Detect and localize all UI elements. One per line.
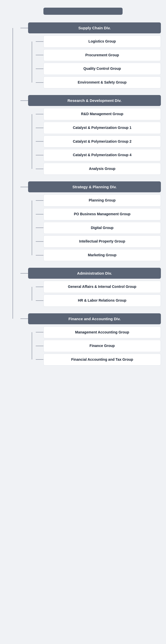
group-card: Catalyst & Polymerization Group 4: [43, 149, 161, 161]
division-header-row-strategy: Strategy & Planning Div.: [20, 181, 161, 192]
tree-left-rail-line: [13, 28, 13, 319]
group-card: Planning Group: [43, 194, 161, 207]
group-h-line: [36, 300, 43, 301]
group-card: Intellectual Property Group: [43, 235, 161, 248]
group-h-line: [36, 114, 43, 114]
groups-list-admin: General Affairs & Internal Control Group…: [36, 281, 161, 308]
group-card: Financial Accounting and Tax Group: [43, 354, 161, 366]
tree-body: Supply Chain Div.Logistics GroupProcurem…: [5, 22, 161, 372]
division-h-connector-admin: [20, 273, 28, 274]
division-header-row-supply-chain: Supply Chain Div.: [20, 22, 161, 33]
group-h-line: [36, 141, 43, 142]
group-row: General Affairs & Internal Control Group: [36, 281, 161, 293]
groups-vline-wrap-rd: [28, 108, 36, 176]
division-h-connector-strategy: [20, 187, 28, 187]
group-row: Finance Group: [36, 340, 161, 352]
group-card: Environment & Safety Group: [43, 76, 161, 89]
group-row: Intellectual Property Group: [36, 235, 161, 248]
division-block-supply-chain: Supply Chain Div.Logistics GroupProcurem…: [20, 22, 161, 90]
group-h-line: [36, 227, 43, 228]
groups-vline-wrap-supply-chain: [28, 35, 36, 90]
group-row: HR & Labor Relations Group: [36, 294, 161, 307]
groups-vline-strategy: [32, 200, 32, 255]
group-h-line: [36, 69, 43, 69]
tree-right: Supply Chain Div.Logistics GroupProcurem…: [20, 22, 161, 372]
division-header-row-rd: Research & Development Div.: [20, 95, 161, 106]
group-row: Catalyst & Polymerization Group 2: [36, 136, 161, 148]
group-card: PO Business Management Group: [43, 208, 161, 220]
division-header-rd: Research & Development Div.: [28, 95, 161, 106]
groups-vline-wrap-admin: [28, 281, 36, 308]
division-block-rd: Research & Development Div.R&D Managemen…: [20, 95, 161, 176]
group-row: PO Business Management Group: [36, 208, 161, 220]
president-box: [43, 8, 123, 15]
group-row: Catalyst & Polymerization Group 1: [36, 122, 161, 134]
group-h-line: [36, 359, 43, 360]
group-row: Digital Group: [36, 222, 161, 234]
group-h-line: [36, 55, 43, 55]
group-row: Catalyst & Polymerization Group 4: [36, 149, 161, 161]
division-h-connector-supply-chain: [20, 28, 28, 28]
group-card: Analysis Group: [43, 163, 161, 175]
groups-list-supply-chain: Logistics GroupProcurement GroupQuality …: [36, 35, 161, 90]
group-card: Catalyst & Polymerization Group 2: [43, 136, 161, 148]
group-h-line: [36, 41, 43, 42]
group-h-line: [36, 128, 43, 128]
division-header-supply-chain: Supply Chain Div.: [28, 22, 161, 33]
group-h-line: [36, 214, 43, 214]
groups-vline-supply-chain: [32, 42, 32, 83]
division-block-strategy: Strategy & Planning Div.Planning GroupPO…: [20, 181, 161, 263]
group-row: Logistics Group: [36, 35, 161, 48]
group-row: Financial Accounting and Tax Group: [36, 354, 161, 366]
group-h-line: [36, 82, 43, 83]
group-card: HR & Labor Relations Group: [43, 294, 161, 307]
group-card: R&D Management Group: [43, 108, 161, 120]
division-header-strategy: Strategy & Planning Div.: [28, 181, 161, 192]
group-h-line: [36, 169, 43, 169]
division-header-admin: Administration Div.: [28, 268, 161, 279]
group-row: Procurement Group: [36, 49, 161, 61]
group-card: Marketing Group: [43, 249, 161, 261]
division-header-row-finance: Finance and Accounting Div.: [20, 313, 161, 324]
groups-vline-wrap-finance: [28, 326, 36, 367]
group-card: Procurement Group: [43, 49, 161, 61]
group-row: Quality Control Group: [36, 63, 161, 75]
groups-vline-wrap-strategy: [28, 194, 36, 263]
group-card: Finance Group: [43, 340, 161, 352]
groups-vline-admin: [32, 287, 32, 301]
groups-area-admin: General Affairs & Internal Control Group…: [20, 281, 161, 308]
groups-area-finance: Management Accounting GroupFinance Group…: [20, 326, 161, 367]
group-row: Marketing Group: [36, 249, 161, 261]
group-h-line: [36, 287, 43, 287]
division-h-connector-rd: [20, 100, 28, 101]
division-header-row-admin: Administration Div.: [20, 268, 161, 279]
division-block-admin: Administration Div.General Affairs & Int…: [20, 268, 161, 308]
groups-area-strategy: Planning GroupPO Business Management Gro…: [20, 194, 161, 263]
groups-vline-finance: [32, 332, 32, 359]
group-card: Digital Group: [43, 222, 161, 234]
group-h-line: [36, 346, 43, 346]
groups-area-supply-chain: Logistics GroupProcurement GroupQuality …: [20, 35, 161, 90]
group-card: Quality Control Group: [43, 63, 161, 75]
tree-left-rail: [5, 22, 20, 372]
group-row: Management Accounting Group: [36, 326, 161, 339]
division-h-connector-finance: [20, 318, 28, 319]
group-row: Environment & Safety Group: [36, 76, 161, 89]
groups-list-finance: Management Accounting GroupFinance Group…: [36, 326, 161, 367]
group-h-line: [36, 241, 43, 242]
group-h-line: [36, 155, 43, 155]
groups-area-rd: R&D Management GroupCatalyst & Polymeriz…: [20, 108, 161, 176]
division-header-finance: Finance and Accounting Div.: [28, 313, 161, 324]
group-row: Analysis Group: [36, 163, 161, 175]
groups-vline-rd: [32, 114, 32, 169]
groups-list-rd: R&D Management GroupCatalyst & Polymeriz…: [36, 108, 161, 176]
division-block-finance: Finance and Accounting Div.Management Ac…: [20, 313, 161, 367]
group-h-line: [36, 255, 43, 256]
group-row: R&D Management Group: [36, 108, 161, 120]
group-h-line: [36, 332, 43, 332]
group-card: Catalyst & Polymerization Group 1: [43, 122, 161, 134]
group-card: Management Accounting Group: [43, 326, 161, 339]
group-card: General Affairs & Internal Control Group: [43, 281, 161, 293]
group-h-line: [36, 200, 43, 201]
group-row: Planning Group: [36, 194, 161, 207]
